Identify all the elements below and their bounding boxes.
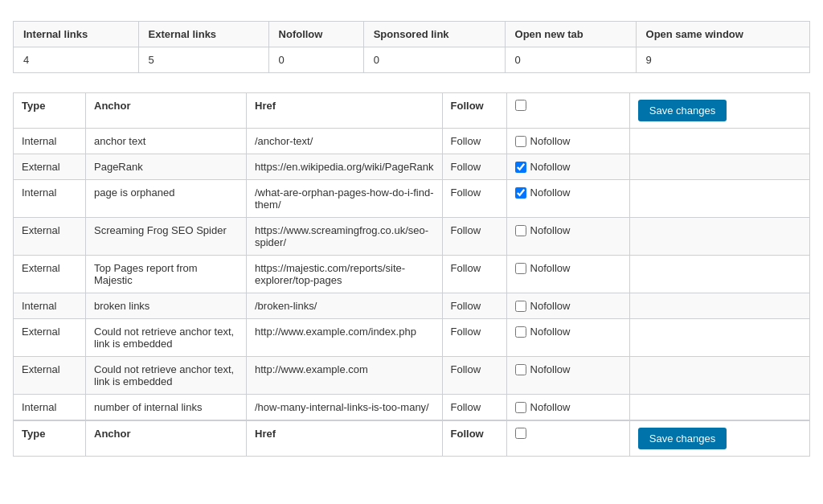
analysis-table: TypeAnchorHrefFollowSave changes Interna… (13, 92, 810, 457)
select-all-checkbox[interactable] (515, 100, 526, 111)
row-anchor: number of internal links (86, 395, 247, 421)
analysis-row: Internalanchor text/anchor-text/FollowNo… (14, 129, 810, 154)
nofollow-label: Nofollow (530, 363, 571, 375)
nofollow-checkbox[interactable] (515, 187, 526, 199)
row-action (629, 129, 809, 154)
row-anchor: PageRank (86, 154, 247, 180)
row-href: http://www.example.com (247, 357, 443, 395)
analysis-row: ExternalTop Pages report from Majesticht… (14, 256, 810, 293)
nofollow-checkbox[interactable] (515, 136, 526, 147)
row-nofollow-cell: Nofollow (506, 154, 629, 180)
analysis-row: Internalnumber of internal links/how-man… (14, 395, 810, 421)
row-anchor: Screaming Frog SEO Spider (86, 218, 247, 256)
overview-table: Internal linksExternal linksNofollowSpon… (13, 21, 810, 73)
overview-cell: 4 (14, 47, 139, 73)
row-href: /how-many-internal-links-is-too-many/ (247, 395, 443, 421)
analysis-col-anchor: Anchor (86, 93, 247, 129)
nofollow-checkbox[interactable] (515, 162, 526, 173)
analysis-row: ExternalCould not retrieve anchor text, … (14, 357, 810, 395)
row-href: https://www.screamingfrog.co.uk/seo-spid… (247, 218, 443, 256)
nofollow-checkbox[interactable] (515, 301, 526, 312)
overview-cell: 9 (636, 47, 809, 73)
overview-column-header: Sponsored link (363, 22, 505, 47)
row-nofollow-cell: Nofollow (506, 180, 629, 218)
row-follow: Follow (442, 180, 506, 218)
row-href: http://www.example.com/index.php (247, 319, 443, 357)
nofollow-label: Nofollow (530, 135, 571, 147)
analysis-col-follow: Follow (442, 420, 506, 457)
nofollow-checkbox[interactable] (515, 326, 526, 338)
row-action (629, 357, 809, 395)
nofollow-label: Nofollow (530, 300, 571, 312)
row-action (629, 395, 809, 421)
nofollow-label: Nofollow (530, 161, 571, 173)
analysis-col-type: Type (14, 93, 86, 129)
row-follow: Follow (442, 293, 506, 319)
nofollow-checkbox[interactable] (515, 225, 526, 236)
row-nofollow-cell: Nofollow (506, 293, 629, 319)
row-type: External (14, 319, 86, 357)
nofollow-checkbox[interactable] (515, 402, 526, 413)
nofollow-label: Nofollow (530, 186, 571, 199)
analysis-col-action: Save changes (629, 420, 809, 457)
select-all-checkbox[interactable] (515, 428, 526, 439)
row-anchor: anchor text (86, 129, 247, 154)
analysis-col-checkbox (506, 420, 629, 457)
row-nofollow-cell: Nofollow (506, 357, 629, 395)
row-type: Internal (14, 293, 86, 319)
row-action (629, 218, 809, 256)
row-type: Internal (14, 129, 86, 154)
analysis-col-type: Type (14, 420, 86, 457)
save-changes-button-top[interactable]: Save changes (638, 428, 727, 449)
analysis-col-href: Href (247, 93, 443, 129)
analysis-col-follow: Follow (442, 93, 506, 129)
row-href: /what-are-orphan-pages-how-do-i-find-the… (247, 180, 443, 218)
row-href: https://majestic.com/reports/site-explor… (247, 256, 443, 293)
row-follow: Follow (442, 129, 506, 154)
row-action (629, 180, 809, 218)
overview-cell: 0 (268, 47, 363, 73)
row-type: External (14, 218, 86, 256)
row-anchor: broken links (86, 293, 247, 319)
row-nofollow-cell: Nofollow (506, 256, 629, 293)
analysis-col-checkbox (506, 93, 629, 129)
row-follow: Follow (442, 218, 506, 256)
row-nofollow-cell: Nofollow (506, 129, 629, 154)
row-type: Internal (14, 395, 86, 421)
analysis-col-action: Save changes (629, 93, 809, 129)
save-changes-button-top[interactable]: Save changes (638, 100, 727, 121)
row-nofollow-cell: Nofollow (506, 319, 629, 357)
row-anchor: Could not retrieve anchor text, link is … (86, 319, 247, 357)
row-anchor: Could not retrieve anchor text, link is … (86, 357, 247, 395)
overview-cell: 0 (505, 47, 636, 73)
row-nofollow-cell: Nofollow (506, 218, 629, 256)
overview-column-header: Open new tab (505, 22, 636, 47)
analysis-row: Internalpage is orphaned/what-are-orphan… (14, 180, 810, 218)
row-type: External (14, 357, 86, 395)
row-follow: Follow (442, 357, 506, 395)
row-href: /anchor-text/ (247, 129, 443, 154)
analysis-row: ExternalCould not retrieve anchor text, … (14, 319, 810, 357)
nofollow-checkbox[interactable] (515, 364, 526, 375)
row-anchor: Top Pages report from Majestic (86, 256, 247, 293)
row-action (629, 319, 809, 357)
row-type: External (14, 256, 86, 293)
row-follow: Follow (442, 319, 506, 357)
row-type: External (14, 154, 86, 180)
row-action (629, 293, 809, 319)
analysis-col-anchor: Anchor (86, 420, 247, 457)
row-follow: Follow (442, 154, 506, 180)
nofollow-label: Nofollow (530, 262, 571, 274)
row-href: /broken-links/ (247, 293, 443, 319)
row-anchor: page is orphaned (86, 180, 247, 218)
row-type: Internal (14, 180, 86, 218)
row-href: https://en.wikipedia.org/wiki/PageRank (247, 154, 443, 180)
nofollow-label: Nofollow (530, 401, 571, 413)
overview-column-header: External links (138, 22, 268, 47)
row-action (629, 154, 809, 180)
analysis-col-href: Href (247, 420, 443, 457)
analysis-row: ExternalPageRankhttps://en.wikipedia.org… (14, 154, 810, 180)
nofollow-label: Nofollow (530, 224, 571, 236)
nofollow-checkbox[interactable] (515, 263, 526, 274)
overview-column-header: Nofollow (268, 22, 363, 47)
